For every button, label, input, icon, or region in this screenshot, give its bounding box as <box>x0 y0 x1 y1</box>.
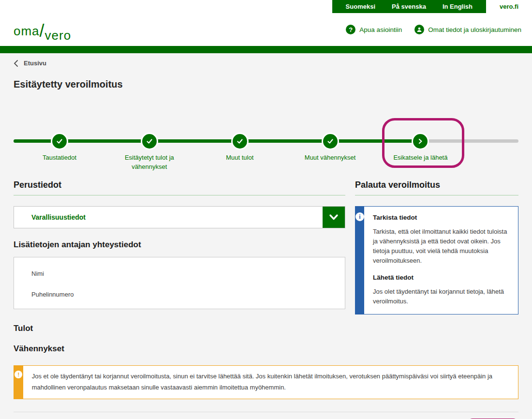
contact-field-nimi: Nimi <box>31 270 335 277</box>
step-label: Esitäytetyt tulot ja vähennykset <box>108 153 191 172</box>
progress-stepper: Taustatiedot Esitäytetyt tulot ja vähenn… <box>14 127 518 174</box>
help-link[interactable]: ? Apua asiointiin <box>346 25 402 34</box>
lang-in-english[interactable]: In English <box>443 3 473 10</box>
breadcrumb-etusivu[interactable]: Etusivu <box>14 60 46 67</box>
step-label: Muut tulot <box>226 153 253 163</box>
contact-box: Nimi Puhelinnumero <box>14 257 345 309</box>
check-icon <box>233 134 247 149</box>
info-body-tarkista: Tarkista, että olet ilmoittanut kaikki t… <box>373 227 509 266</box>
logo-oma: oma <box>14 24 40 38</box>
expand-button[interactable] <box>323 207 345 228</box>
header-divider-bar <box>0 46 532 53</box>
warning-icon: ! <box>15 371 22 378</box>
help-label: Apua asiointiin <box>359 26 402 33</box>
info-box-content: Tarkista tiedot Tarkista, että olet ilmo… <box>364 207 518 314</box>
info-icon: i <box>355 212 364 221</box>
right-column: Palauta veroilmoitus i Tarkista tiedot T… <box>355 180 518 354</box>
footer-action-bar: ✕ Peruuta Tallenna keskeneräisenä ← Edel… <box>14 412 518 419</box>
warning-text: Jos et ole täydentänyt tai korjannut ver… <box>23 366 518 399</box>
left-column: Perustiedot Varallisuustiedot Lisätietoj… <box>14 180 345 354</box>
chevron-right-icon <box>413 134 428 149</box>
lang-pa-svenska[interactable]: På svenska <box>392 3 426 10</box>
lang-suomeksi[interactable]: Suomeksi <box>346 3 375 10</box>
vahennykset-heading: Vähennykset <box>14 344 345 354</box>
info-title-laheta: Lähetä tiedot <box>373 274 509 281</box>
step-esikatsele-ja-laheta[interactable]: Esikatsele ja lähetä <box>379 134 461 163</box>
omavero-logo[interactable]: oma/vero <box>14 19 71 40</box>
step-label: Taustatiedot <box>43 153 76 163</box>
logo-vero: vero <box>45 28 72 43</box>
step-esitaytetyt-tulot[interactable]: Esitäytetyt tulot ja vähennykset <box>108 134 191 172</box>
step-label: Esikatsele ja lähetä <box>393 153 447 163</box>
perustiedot-heading: Perustiedot <box>14 180 345 195</box>
user-icon <box>414 25 424 34</box>
help-icon: ? <box>346 25 355 34</box>
chevron-left-icon <box>14 60 18 67</box>
step-label: Muut vähennykset <box>305 153 356 163</box>
language-bar: Suomeksi På svenska In English vero.fi <box>0 0 532 13</box>
logo-slash: / <box>40 21 45 41</box>
contact-field-puhelinnumero: Puhelinnumero <box>31 291 335 298</box>
check-icon <box>142 134 157 149</box>
breadcrumb-label: Etusivu <box>24 60 46 67</box>
varallisuustiedot-label: Varallisuustiedot <box>31 213 86 221</box>
warning-box-stripe: ! <box>14 366 23 399</box>
vero-fi-link[interactable]: vero.fi <box>486 0 532 13</box>
check-icon <box>52 134 67 149</box>
account-label: Omat tiedot ja uloskirjautuminen <box>428 26 521 33</box>
warning-box: ! Jos et ole täydentänyt tai korjannut v… <box>14 365 518 399</box>
step-muut-vahennykset[interactable]: Muut vähennykset <box>289 134 371 163</box>
info-box-stripe: i <box>355 207 364 314</box>
page-title: Esitäytetty veroilmoitus <box>14 79 518 90</box>
palauta-veroilmoitus-heading: Palauta veroilmoitus <box>355 180 518 195</box>
info-box: i Tarkista tiedot Tarkista, että olet il… <box>355 206 518 314</box>
info-title-tarkista: Tarkista tiedot <box>373 214 509 221</box>
step-muut-tulot[interactable]: Muut tulot <box>199 134 281 163</box>
contact-heading: Lisätietojen antajan yhteystiedot <box>14 240 345 250</box>
check-icon <box>323 134 338 149</box>
account-link[interactable]: Omat tiedot ja uloskirjautuminen <box>414 25 521 34</box>
main-content: Etusivu Esitäytetty veroilmoitus Taustat… <box>0 60 532 419</box>
step-taustatiedot[interactable]: Taustatiedot <box>18 134 101 163</box>
language-links: Suomeksi På svenska In English <box>332 0 486 13</box>
tulot-heading: Tulot <box>14 324 345 333</box>
chevron-down-icon <box>329 214 339 221</box>
header: oma/vero ? Apua asiointiin Omat tiedot j… <box>0 13 532 46</box>
header-links: ? Apua asiointiin Omat tiedot ja uloskir… <box>346 25 521 34</box>
info-body-laheta: Jos olet täydentänyt tai korjannut tieto… <box>373 287 509 306</box>
varallisuustiedot-collapsible[interactable]: Varallisuustiedot <box>14 206 345 228</box>
